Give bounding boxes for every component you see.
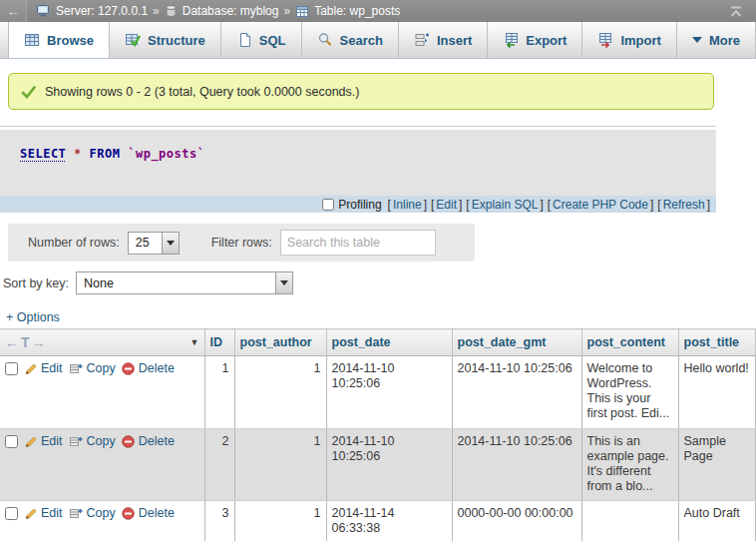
tab-label: Search [340, 33, 383, 48]
breadcrumb-database[interactable]: Database: myblog [183, 4, 279, 18]
edit-query-link[interactable]: Edit [436, 198, 457, 212]
tab-more[interactable]: More [677, 22, 756, 58]
copy-icon [69, 435, 83, 448]
table-header-row: ←T→ ▼ ID post_author post_date post_date… [0, 329, 755, 356]
cell-post-date[interactable]: 2014-11-10 10:25:06 [326, 356, 452, 429]
back-button[interactable]: ← [0, 0, 27, 22]
transpose-icon[interactable]: ←T→ [5, 334, 48, 350]
cell-post-content[interactable]: Welcome to WordPress. This is your first… [581, 356, 678, 429]
column-header-post-title[interactable]: post_title [678, 329, 755, 356]
sql-icon [236, 32, 252, 48]
sort-by-key-select[interactable]: None [76, 271, 293, 294]
inline-link[interactable]: Inline [393, 198, 422, 212]
create-php-code-link[interactable]: Create PHP Code [553, 198, 648, 212]
browse-icon [24, 32, 40, 48]
row-checkbox[interactable] [5, 435, 18, 448]
breadcrumb: Server: 127.0.0.1 » Database: myblog » T… [27, 4, 400, 18]
bracket: ] [707, 198, 710, 212]
tab-search[interactable]: Search [302, 22, 399, 58]
export-icon [503, 32, 519, 48]
cell-post-title[interactable]: Auto Draft [678, 501, 755, 541]
explain-sql-link[interactable]: Explain SQL [472, 198, 539, 212]
tab-sql[interactable]: SQL [221, 22, 302, 58]
sql-keyword-from: FROM [90, 147, 121, 161]
cell-post-author[interactable]: 1 [234, 429, 326, 501]
bracket: [ [388, 198, 391, 212]
divider [0, 126, 716, 127]
cell-post-date-gmt[interactable]: 2014-11-10 10:25:06 [452, 429, 581, 501]
breadcrumb-table[interactable]: Table: wp_posts [314, 4, 400, 18]
chevron-down-icon [162, 233, 179, 254]
cell-post-date-gmt[interactable]: 2014-11-10 10:25:06 [452, 356, 581, 429]
copy-row-link[interactable]: Copy [69, 506, 116, 521]
bracket: [ [431, 198, 434, 212]
column-header-post-date-gmt[interactable]: post_date_gmt [452, 329, 581, 356]
column-header-id[interactable]: ID [204, 329, 234, 356]
copy-row-link[interactable]: Copy [69, 361, 116, 376]
delete-icon [122, 435, 135, 448]
row-actions-cell: Edit Copy Delete [0, 501, 204, 541]
cell-post-date[interactable]: 2014-11-14 06:33:38 [326, 501, 452, 541]
tab-export[interactable]: Export [488, 22, 582, 58]
column-header-post-date[interactable]: post_date [326, 329, 452, 356]
delete-icon [122, 507, 135, 520]
sort-by-key-value: None [77, 272, 275, 293]
number-of-rows-label: Number of rows: [28, 236, 120, 250]
server-icon [36, 4, 51, 18]
copy-icon [69, 507, 83, 520]
tab-label: Insert [437, 33, 472, 48]
column-header-post-content[interactable]: post_content [581, 329, 678, 356]
tab-insert[interactable]: Insert [399, 22, 488, 58]
cell-post-author[interactable]: 1 [234, 501, 326, 541]
cell-post-date-gmt[interactable]: 0000-00-00 00:00:00 [452, 501, 581, 541]
column-header-post-author[interactable]: post_author [234, 329, 326, 356]
collapse-icon [728, 5, 744, 18]
tab-browse[interactable]: Browse [8, 22, 110, 58]
results-controls-bar: Number of rows: 25 Filter rows: [8, 224, 475, 262]
column-visibility-caret-icon[interactable]: ▼ [190, 337, 199, 347]
cell-post-title[interactable]: Sample Page [678, 429, 755, 501]
filter-rows-input[interactable] [280, 230, 436, 256]
cell-post-title[interactable]: Hello world! [678, 356, 755, 429]
filter-rows-label: Filter rows: [211, 236, 272, 250]
edit-row-link[interactable]: Edit [24, 434, 63, 449]
search-icon [317, 32, 333, 48]
refresh-link[interactable]: Refresh [663, 198, 705, 212]
tab-import[interactable]: Import [582, 22, 676, 58]
cell-post-content[interactable]: This is an example page. It's different … [581, 429, 678, 501]
chevron-down-icon [275, 272, 292, 293]
delete-icon [122, 362, 135, 375]
breadcrumb-separator: » [283, 4, 290, 18]
bracket: ] [459, 198, 462, 212]
edit-row-link[interactable]: Edit [24, 506, 63, 521]
query-links-bar: Profiling [Inline] [Edit] [Explain SQL] … [0, 196, 716, 213]
sql-keyword-select[interactable]: SELECT [20, 147, 66, 161]
delete-label: Delete [139, 506, 175, 521]
insert-icon [414, 32, 430, 48]
breadcrumb-server[interactable]: Server: 127.0.0.1 [56, 4, 148, 18]
cell-id[interactable]: 3 [204, 501, 234, 541]
table-row: Edit Copy Delete 3 [0, 501, 755, 541]
delete-row-link[interactable]: Delete [122, 434, 175, 449]
breadcrumb-separator: » [153, 4, 160, 18]
delete-row-link[interactable]: Delete [122, 361, 175, 376]
delete-row-link[interactable]: Delete [122, 506, 175, 521]
row-checkbox[interactable] [5, 507, 18, 520]
copy-row-link[interactable]: Copy [69, 434, 116, 449]
row-checkbox[interactable] [5, 362, 18, 375]
tab-structure[interactable]: Structure [110, 22, 221, 58]
sql-query-text: SELECT * FROM `wp_posts` [20, 147, 204, 161]
number-of-rows-select[interactable]: 25 [128, 232, 180, 255]
success-message-text: Showing rows 0 - 2 (3 total, Query took … [45, 85, 359, 99]
sort-by-key-label: Sort by key: [3, 276, 69, 290]
cell-post-author[interactable]: 1 [234, 356, 326, 429]
results-table: ←T→ ▼ ID post_author post_date post_date… [0, 328, 756, 541]
cell-post-date[interactable]: 2014-11-10 10:25:06 [326, 429, 452, 501]
edit-row-link[interactable]: Edit [24, 361, 63, 376]
cell-id[interactable]: 1 [204, 356, 234, 429]
options-toggle-link[interactable]: + Options [6, 310, 60, 324]
cell-post-content[interactable] [581, 501, 678, 541]
collapse-topmenu-button[interactable] [728, 5, 756, 18]
cell-id[interactable]: 2 [204, 429, 234, 501]
profiling-checkbox[interactable] [322, 199, 334, 211]
